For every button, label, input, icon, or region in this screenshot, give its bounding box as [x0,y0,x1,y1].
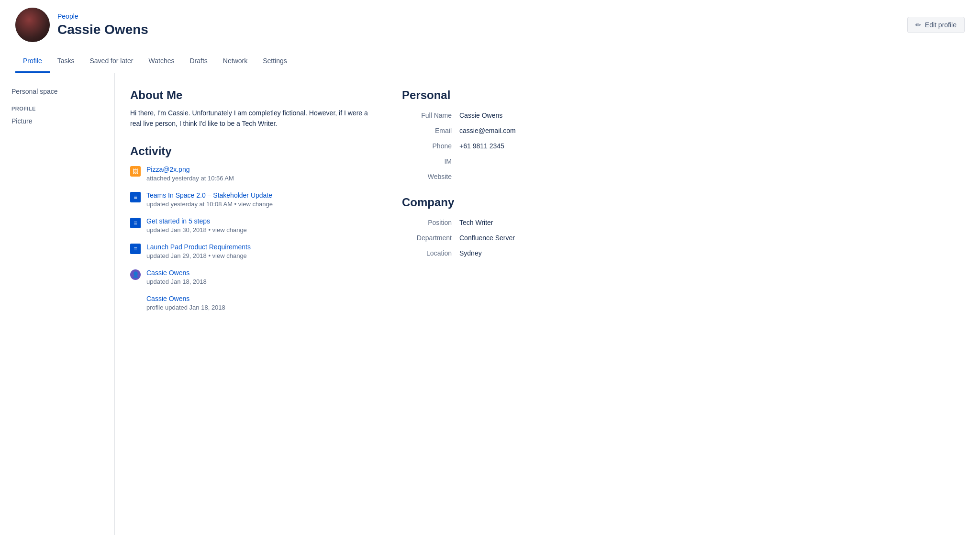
list-item: ≡ Launch Pad Product Requirements update… [130,243,379,259]
list-item: 👤 Cassie Owens updated Jan 18, 2018 [130,269,379,285]
company-location-row: Location Sydney [402,249,565,257]
website-label: Website [402,173,459,180]
activity-link[interactable]: Launch Pad Product Requirements [146,243,251,251]
activity-meta: updated Jan 18, 2018 [146,278,207,285]
list-item: 🖼 Pizza@2x.png attached yesterday at 10:… [130,166,379,182]
company-section: Company Position Tech Writer Department … [402,196,565,257]
tab-profile[interactable]: Profile [15,50,50,73]
info-sidebar: Personal Full Name Cassie Owens Email ca… [402,89,565,526]
email-label: Email [402,127,459,134]
activity-link[interactable]: Cassie Owens [146,295,225,302]
list-item: ≡ Get started in 5 steps updated Jan 30,… [130,217,379,234]
activity-meta: updated Jan 29, 2018 • view change [146,252,251,259]
activity-link[interactable]: Teams In Space 2.0 – Stakeholder Update [146,191,273,199]
activity-link[interactable]: Cassie Owens [146,269,207,277]
edit-profile-label: Edit profile [925,21,957,29]
activity-link[interactable]: Get started in 5 steps [146,217,247,225]
activity-item-content: Teams In Space 2.0 – Stakeholder Update … [146,191,273,208]
header-left: People Cassie Owens [15,8,148,42]
phone-label: Phone [402,142,459,150]
header-text: People Cassie Owens [57,12,148,37]
tab-settings[interactable]: Settings [255,50,295,73]
tab-network[interactable]: Network [215,50,255,73]
list-item: ≡ Teams In Space 2.0 – Stakeholder Updat… [130,191,379,208]
department-value: Confluence Server [459,234,515,242]
location-label: Location [402,249,459,257]
activity-item-content: Cassie Owens profile updated Jan 18, 201… [146,295,225,311]
content-area: About Me Hi there, I'm Cassie. Unfortuna… [115,73,980,535]
fullname-label: Full Name [402,111,459,119]
activity-meta: updated yesterday at 10:08 AM • view cha… [146,201,273,208]
personal-phone-row: Phone +61 9811 2345 [402,142,565,150]
page-icon: ≡ [130,244,141,254]
activity-meta: attached yesterday at 10:56 AM [146,175,234,182]
edit-profile-button[interactable]: ✏ Edit profile [907,17,965,33]
tab-tasks[interactable]: Tasks [50,50,82,73]
view-change-link[interactable]: view change [212,252,247,259]
activity-item-content: Launch Pad Product Requirements updated … [146,243,251,259]
company-position-row: Position Tech Writer [402,219,565,226]
sidebar-item-picture[interactable]: Picture [8,114,107,128]
personal-im-row: IM [402,157,565,165]
fullname-value: Cassie Owens [459,111,502,119]
activity-title: Activity [130,145,379,158]
department-label: Department [402,234,459,242]
sidebar: Personal space PROFILE Picture [0,73,115,535]
activity-item-content: Pizza@2x.png attached yesterday at 10:56… [146,166,234,182]
im-label: IM [402,157,459,165]
tab-watches[interactable]: Watches [141,50,182,73]
tab-drafts[interactable]: Drafts [182,50,215,73]
personal-section-title: Personal [402,89,565,102]
pencil-icon: ✏ [915,21,921,29]
personal-fullname-row: Full Name Cassie Owens [402,111,565,119]
position-value: Tech Writer [459,219,493,226]
list-item: 👤 Cassie Owens profile updated Jan 18, 2… [130,295,379,311]
phone-value: +61 9811 2345 [459,142,504,150]
activity-item-content: Get started in 5 steps updated Jan 30, 2… [146,217,247,234]
email-value: cassie@email.com [459,127,516,134]
person-icon: 👤 [130,269,141,280]
tab-saved-for-later[interactable]: Saved for later [82,50,141,73]
activity-meta: profile updated Jan 18, 2018 [146,304,225,311]
sidebar-item-personal-space[interactable]: Personal space [8,85,107,98]
page-icon: ≡ [130,218,141,228]
image-icon: 🖼 [130,166,141,177]
company-department-row: Department Confluence Server [402,234,565,242]
view-change-link[interactable]: view change [212,226,247,234]
view-change-link[interactable]: view change [238,201,273,208]
page-icon: ≡ [130,192,141,202]
main-layout: Personal space PROFILE Picture About Me … [0,73,980,535]
breadcrumb[interactable]: People [57,12,148,20]
content-main: About Me Hi there, I'm Cassie. Unfortuna… [130,89,379,526]
personal-email-row: Email cassie@email.com [402,127,565,134]
about-me-text: Hi there, I'm Cassie. Unfortunately I am… [130,108,379,129]
page-header: People Cassie Owens ✏ Edit profile [0,0,980,50]
nav-tabs: Profile Tasks Saved for later Watches Dr… [0,50,980,73]
position-label: Position [402,219,459,226]
company-section-title: Company [402,196,565,209]
avatar [15,8,50,42]
sidebar-section-profile: PROFILE [11,106,103,111]
page-title: Cassie Owens [57,22,148,37]
personal-website-row: Website [402,173,565,180]
activity-meta: updated Jan 30, 2018 • view change [146,226,247,234]
about-me-title: About Me [130,89,379,102]
activity-link[interactable]: Pizza@2x.png [146,166,234,173]
activity-item-content: Cassie Owens updated Jan 18, 2018 [146,269,207,285]
location-value: Sydney [459,249,482,257]
